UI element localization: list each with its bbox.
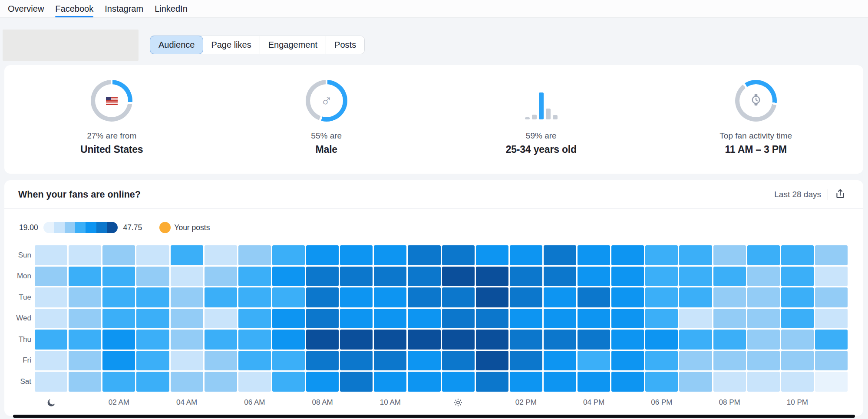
export-button[interactable]: [835, 188, 846, 201]
heatmap-cell[interactable]: [442, 267, 475, 287]
heatmap-cell[interactable]: [645, 351, 678, 371]
heatmap-cell[interactable]: [713, 330, 746, 350]
heatmap-cell[interactable]: [747, 245, 780, 265]
heatmap-cell[interactable]: [340, 372, 373, 392]
heatmap-cell[interactable]: [69, 267, 101, 287]
heatmap-cell[interactable]: [272, 267, 305, 287]
heatmap-cell[interactable]: [815, 351, 848, 371]
heatmap-cell[interactable]: [238, 330, 271, 350]
heatmap-cell[interactable]: [238, 267, 271, 287]
heatmap-cell[interactable]: [781, 330, 814, 350]
heatmap-cell[interactable]: [679, 309, 712, 329]
heatmap-cell[interactable]: [679, 287, 712, 307]
heatmap-cell[interactable]: [69, 351, 101, 371]
heatmap-cell[interactable]: [611, 245, 644, 265]
heatmap-cell[interactable]: [408, 245, 440, 265]
heatmap-cell[interactable]: [815, 267, 848, 287]
heatmap-cell[interactable]: [238, 309, 271, 329]
heatmap-cell[interactable]: [510, 330, 542, 350]
heatmap-cell[interactable]: [35, 330, 67, 350]
heatmap-cell[interactable]: [272, 372, 305, 392]
heatmap-cell[interactable]: [781, 245, 814, 265]
heatmap-cell[interactable]: [205, 372, 237, 392]
heatmap-cell[interactable]: [544, 309, 576, 329]
heatmap-cell[interactable]: [476, 245, 508, 265]
heatmap-cell[interactable]: [340, 245, 373, 265]
heatmap-cell[interactable]: [136, 351, 169, 371]
heatmap-cell[interactable]: [476, 267, 508, 287]
heatmap-cell[interactable]: [510, 245, 542, 265]
heatmap-cell[interactable]: [35, 372, 67, 392]
heatmap-cell[interactable]: [238, 287, 271, 307]
heatmap-cell[interactable]: [544, 267, 576, 287]
heatmap-cell[interactable]: [408, 309, 440, 329]
date-range-label[interactable]: Last 28 days: [774, 190, 821, 199]
heatmap-cell[interactable]: [815, 287, 848, 307]
heatmap-cell[interactable]: [306, 287, 339, 307]
heatmap-cell[interactable]: [102, 309, 135, 329]
heatmap-cell[interactable]: [306, 351, 339, 371]
heatmap-cell[interactable]: [102, 330, 135, 350]
heatmap-cell[interactable]: [645, 309, 678, 329]
heatmap-cell[interactable]: [815, 309, 848, 329]
heatmap-cell[interactable]: [171, 267, 203, 287]
heatmap-cell[interactable]: [136, 267, 169, 287]
heatmap-cell[interactable]: [645, 372, 678, 392]
heatmap-cell[interactable]: [171, 309, 203, 329]
heatmap-cell[interactable]: [578, 330, 610, 350]
heatmap-cell[interactable]: [306, 267, 339, 287]
nav-tab-instagram[interactable]: Instagram: [105, 0, 143, 17]
heatmap-cell[interactable]: [374, 267, 406, 287]
heatmap-cell[interactable]: [171, 245, 203, 265]
heatmap-cell[interactable]: [713, 245, 746, 265]
heatmap-cell[interactable]: [171, 372, 203, 392]
heatmap-cell[interactable]: [136, 330, 169, 350]
heatmap-cell[interactable]: [238, 351, 271, 371]
heatmap-cell[interactable]: [136, 245, 169, 265]
heatmap-cell[interactable]: [747, 351, 780, 371]
heatmap-cell[interactable]: [205, 330, 237, 350]
heatmap-cell[interactable]: [781, 351, 814, 371]
heatmap-cell[interactable]: [374, 245, 406, 265]
heatmap-cell[interactable]: [102, 287, 135, 307]
heatmap-cell[interactable]: [713, 287, 746, 307]
heatmap-cell[interactable]: [35, 351, 67, 371]
heatmap-cell[interactable]: [510, 351, 542, 371]
heatmap-cell[interactable]: [747, 287, 780, 307]
heatmap-cell[interactable]: [69, 245, 101, 265]
heatmap-cell[interactable]: [476, 351, 508, 371]
heatmap-cell[interactable]: [205, 287, 237, 307]
heatmap-cell[interactable]: [713, 351, 746, 371]
heatmap-cell[interactable]: [340, 287, 373, 307]
heatmap-cell[interactable]: [272, 351, 305, 371]
heatmap-cell[interactable]: [69, 372, 101, 392]
heatmap-cell[interactable]: [578, 287, 610, 307]
heatmap-cell[interactable]: [476, 330, 508, 350]
heatmap-cell[interactable]: [510, 287, 542, 307]
heatmap-cell[interactable]: [611, 287, 644, 307]
heatmap-cell[interactable]: [102, 372, 135, 392]
heatmap-cell[interactable]: [679, 330, 712, 350]
heatmap-cell[interactable]: [340, 267, 373, 287]
heatmap-cell[interactable]: [476, 309, 508, 329]
heatmap-cell[interactable]: [713, 372, 746, 392]
heatmap-cell[interactable]: [713, 267, 746, 287]
heatmap-cell[interactable]: [713, 309, 746, 329]
heatmap-cell[interactable]: [272, 330, 305, 350]
heatmap-cell[interactable]: [306, 372, 339, 392]
heatmap-cell[interactable]: [238, 245, 271, 265]
heatmap-cell[interactable]: [374, 309, 406, 329]
heatmap-cell[interactable]: [781, 372, 814, 392]
heatmap-cell[interactable]: [35, 287, 67, 307]
heatmap-cell[interactable]: [544, 351, 576, 371]
heatmap-cell[interactable]: [815, 372, 848, 392]
heatmap-cell[interactable]: [171, 351, 203, 371]
horizontal-scrollbar[interactable]: [13, 415, 855, 418]
heatmap-cell[interactable]: [69, 309, 101, 329]
heatmap-cell[interactable]: [815, 330, 848, 350]
heatmap-cell[interactable]: [510, 372, 542, 392]
heatmap-cell[interactable]: [611, 372, 644, 392]
heatmap-cell[interactable]: [679, 351, 712, 371]
heatmap-cell[interactable]: [340, 330, 373, 350]
heatmap-cell[interactable]: [442, 351, 475, 371]
